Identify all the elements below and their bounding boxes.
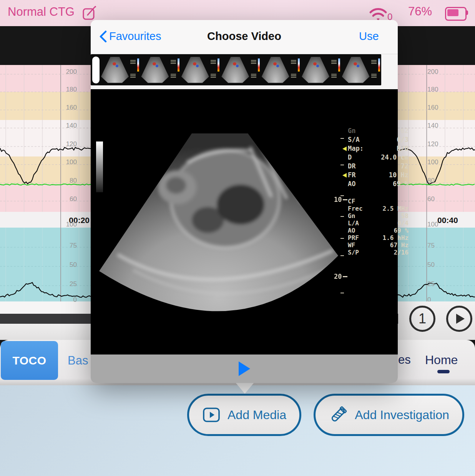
tab-home-label: Home [425, 353, 458, 367]
play-icon [456, 314, 465, 324]
media-icon [202, 407, 221, 423]
depth-marker-10: 10 [334, 196, 347, 203]
tab-home[interactable]: Home [425, 353, 458, 367]
app-root: 200 180 160 140 120 100 80 60 200 180 16… [0, 0, 475, 476]
toco-axis-label: 50 [61, 261, 77, 269]
segment-baseline-label: Bas [68, 354, 88, 367]
video-count-label: 1 [419, 311, 426, 327]
doppler-scale-icon [218, 58, 219, 72]
doppler-scale-icon [338, 58, 340, 72]
fhr-axis-label: 180 [427, 86, 443, 93]
battery-percent: 76% [408, 5, 432, 18]
video-thumbnail[interactable] [100, 56, 140, 84]
toco-axis-label: 75 [61, 242, 77, 250]
param-marker-icon [342, 146, 347, 151]
filmstrip-band [91, 54, 398, 89]
doppler-scale-icon [378, 58, 380, 72]
tab-partial[interactable]: es [398, 353, 411, 367]
toco-axis-label: 25 [61, 280, 77, 288]
add-media-button[interactable]: Add Media [187, 394, 301, 436]
filmstrip-scrubber[interactable] [92, 57, 100, 83]
segment-toco[interactable]: TOCO [1, 341, 58, 380]
add-investigation-label: Add Investigation [355, 408, 449, 422]
fhr-axis-label: 160 [61, 104, 77, 112]
doppler-scale-icon [298, 58, 300, 72]
battery-cap [466, 10, 468, 15]
ultrasound-params-top: Gn62 S/A0/3 Map:B/0 D24.0 cm DR72 FR10 H… [348, 126, 409, 188]
doppler-scale-icon [178, 58, 179, 72]
tab-home-indicator [437, 370, 450, 373]
video-thumbnail[interactable] [140, 56, 180, 84]
tab-partial-label: es [398, 353, 411, 366]
doppler-scale-icon [258, 58, 260, 72]
edit-icon[interactable] [82, 5, 98, 21]
fhr-axis-label: 120 [427, 140, 443, 148]
recording-title: Normal CTG [8, 5, 75, 19]
video-preview[interactable]: Gn62 S/A0/3 Map:B/0 D24.0 cm DR72 FR10 H… [91, 89, 398, 355]
fhr-axis-label: 200 [61, 68, 77, 76]
popover-arrow [235, 382, 254, 394]
choose-video-modal: Favourites Choose Video Use [91, 20, 398, 383]
battery-icon [445, 7, 467, 21]
segment-toco-label: TOCO [12, 354, 46, 367]
filmstrip [91, 54, 381, 85]
fhr-axis-label: 140 [61, 122, 77, 130]
doppler-scale-icon [137, 58, 139, 72]
toco-axis-label: 100 [61, 221, 77, 228]
video-thumbnail[interactable] [341, 56, 381, 84]
modal-title: Choose Video [91, 30, 398, 43]
add-media-label: Add Media [228, 408, 286, 422]
video-thumbnail[interactable] [221, 56, 261, 84]
toco-axis-label: 0 [61, 296, 77, 304]
fhr-axis-label: 180 [61, 86, 77, 93]
fhr-axis-label: 80 [61, 177, 77, 185]
fhr-axis-label: 80 [427, 177, 443, 185]
param-marker-icon [342, 173, 347, 178]
play-video-button[interactable] [239, 361, 250, 376]
fhr-axis-label: 140 [427, 122, 443, 130]
fhr-axis-label: 120 [61, 140, 77, 148]
test-tube-icon [329, 405, 348, 424]
video-thumbnail[interactable] [181, 56, 221, 84]
video-thumbnail[interactable] [301, 56, 341, 84]
wifi-icon [368, 5, 388, 22]
fhr-axis-label: 100 [61, 158, 77, 166]
video-thumbnail[interactable] [261, 56, 301, 84]
play-chart-button[interactable] [446, 306, 472, 332]
video-count-button[interactable]: 1 [409, 306, 435, 332]
video-player-bar [91, 355, 398, 383]
fhr-axis-label: 100 [427, 158, 443, 166]
fhr-axis-label: 60 [427, 195, 443, 203]
depth-marker-20: 20 [334, 273, 347, 280]
toco-axis-label: 75 [427, 242, 443, 250]
toco-axis-label: 50 [427, 261, 443, 269]
fhr-axis-label: 60 [61, 195, 77, 203]
add-investigation-button[interactable]: Add Investigation [314, 394, 464, 436]
ultrasound-params-bottom: CF Frec2.5 MHz Gn58 L/A0/4 AO69 % PRF1.6… [348, 198, 409, 256]
fhr-axis-label: 160 [427, 104, 443, 112]
segment-baseline[interactable]: Bas [68, 354, 88, 368]
toco-axis-label: 100 [427, 221, 443, 228]
fhr-axis-label: 200 [427, 68, 443, 76]
use-button[interactable]: Use [359, 30, 379, 43]
toco-axis-label: 25 [427, 280, 443, 288]
